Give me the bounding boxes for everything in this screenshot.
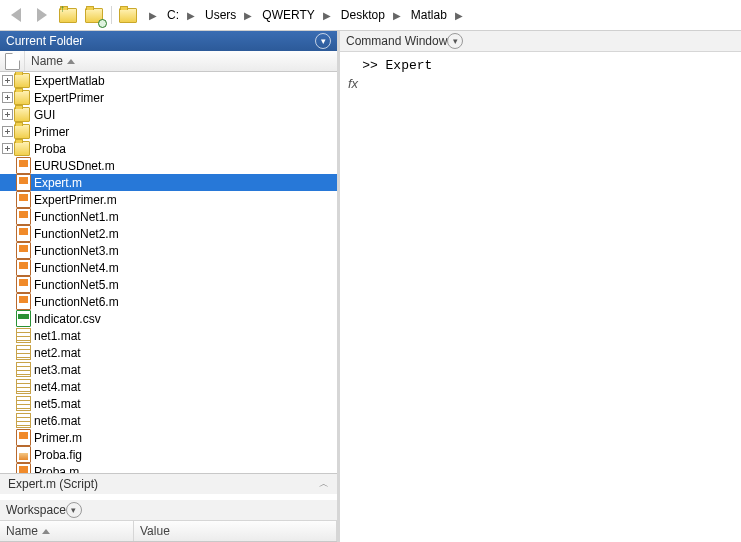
- file-name: GUI: [32, 108, 55, 122]
- m-icon: [16, 157, 31, 174]
- file-row[interactable]: ExpertMatlab: [0, 72, 337, 89]
- file-name: FunctionNet2.m: [32, 227, 119, 241]
- file-name: net1.mat: [32, 329, 81, 343]
- workspace-header[interactable]: Name Value: [0, 521, 337, 542]
- file-row[interactable]: Proba.m: [0, 463, 337, 473]
- file-row[interactable]: GUI: [0, 106, 337, 123]
- m-icon: [16, 276, 31, 293]
- command-window-menu-button[interactable]: ▾: [447, 33, 463, 49]
- file-name: Expert.m: [32, 176, 82, 190]
- mat-icon: [16, 413, 31, 428]
- command-window-title: Command Window: [346, 34, 447, 48]
- sort-asc-icon: [42, 529, 50, 534]
- file-list-header[interactable]: Name: [0, 51, 337, 72]
- file-name: FunctionNet4.m: [32, 261, 119, 275]
- file-row[interactable]: FunctionNet2.m: [0, 225, 337, 242]
- expand-icon[interactable]: [2, 75, 13, 86]
- csv-icon: [16, 310, 31, 327]
- file-row[interactable]: Primer: [0, 123, 337, 140]
- breadcrumb-sep: ▶: [321, 10, 333, 21]
- breadcrumb-item[interactable]: Users: [197, 6, 242, 24]
- file-row[interactable]: Proba.fig: [0, 446, 337, 463]
- file-row[interactable]: Primer.m: [0, 429, 337, 446]
- back-button[interactable]: [4, 3, 28, 27]
- breadcrumb-item[interactable]: Matlab: [403, 6, 453, 24]
- folder-icon: [14, 90, 30, 105]
- m-icon: [16, 293, 31, 310]
- file-row[interactable]: ExpertPrimer.m: [0, 191, 337, 208]
- m-icon: [16, 242, 31, 259]
- expand-details-icon[interactable]: ︿: [319, 477, 329, 491]
- breadcrumb-item[interactable]: Desktop: [333, 6, 391, 24]
- workspace-title: Workspace: [6, 503, 66, 517]
- file-row[interactable]: net3.mat: [0, 361, 337, 378]
- file-row[interactable]: EURUSDnet.m: [0, 157, 337, 174]
- file-list-scroll[interactable]: ExpertMatlabExpertPrimerGUIPrimerProbaEU…: [0, 72, 337, 473]
- current-folder-title-bar[interactable]: Current Folder ▾: [0, 31, 337, 51]
- up-one-level-button[interactable]: ↑: [56, 3, 80, 27]
- file-name: FunctionNet3.m: [32, 244, 119, 258]
- current-folder-icon: [117, 3, 141, 27]
- breadcrumb-item[interactable]: QWERTY: [254, 6, 320, 24]
- forward-button[interactable]: [30, 3, 54, 27]
- file-row[interactable]: net2.mat: [0, 344, 337, 361]
- address-toolbar: ↑ ▶C:▶Users▶QWERTY▶Desktop▶Matlab▶: [0, 0, 741, 31]
- file-row[interactable]: FunctionNet5.m: [0, 276, 337, 293]
- workspace-col-value: Value: [140, 524, 170, 538]
- command-input-text: Expert: [386, 58, 433, 73]
- file-name: Primer: [32, 125, 69, 139]
- m-icon: [16, 191, 31, 208]
- file-name: FunctionNet1.m: [32, 210, 119, 224]
- toolbar-separator: [111, 6, 112, 24]
- fx-icon[interactable]: fx: [348, 76, 358, 91]
- file-name: FunctionNet5.m: [32, 278, 119, 292]
- file-row[interactable]: FunctionNet6.m: [0, 293, 337, 310]
- file-row[interactable]: Proba: [0, 140, 337, 157]
- command-prompt: >>: [362, 58, 378, 73]
- breadcrumb-sep: ▶: [453, 10, 465, 21]
- folder-icon: [14, 124, 30, 139]
- file-row[interactable]: net5.mat: [0, 395, 337, 412]
- details-bar[interactable]: Expert.m (Script) ︿: [0, 473, 337, 494]
- mat-icon: [16, 362, 31, 377]
- file-row[interactable]: Indicator.csv: [0, 310, 337, 327]
- command-window-title-bar[interactable]: Command Window ▾: [340, 31, 741, 52]
- file-name: net4.mat: [32, 380, 81, 394]
- file-row[interactable]: FunctionNet4.m: [0, 259, 337, 276]
- file-row[interactable]: ExpertPrimer: [0, 89, 337, 106]
- panel-menu-button[interactable]: ▾: [315, 33, 331, 49]
- file-name: net2.mat: [32, 346, 81, 360]
- expand-icon[interactable]: [2, 126, 13, 137]
- breadcrumb-item[interactable]: C:: [159, 6, 185, 24]
- workspace-menu-button[interactable]: ▾: [66, 502, 82, 518]
- file-row[interactable]: net1.mat: [0, 327, 337, 344]
- breadcrumb-sep: ▶: [147, 10, 159, 21]
- breadcrumb[interactable]: ▶C:▶Users▶QWERTY▶Desktop▶Matlab▶: [147, 6, 737, 24]
- folder-icon: [14, 141, 30, 156]
- m-icon: [16, 208, 31, 225]
- file-icon: [5, 53, 20, 70]
- file-name: Indicator.csv: [32, 312, 101, 326]
- expand-icon[interactable]: [2, 92, 13, 103]
- expand-icon[interactable]: [2, 143, 13, 154]
- file-row[interactable]: FunctionNet1.m: [0, 208, 337, 225]
- file-name: ExpertPrimer: [32, 91, 104, 105]
- workspace-title-bar[interactable]: Workspace ▾: [0, 500, 337, 521]
- file-name: net3.mat: [32, 363, 81, 377]
- file-row[interactable]: net4.mat: [0, 378, 337, 395]
- mat-icon: [16, 345, 31, 360]
- column-name: Name: [31, 54, 63, 68]
- browse-folder-button[interactable]: [82, 3, 106, 27]
- file-row[interactable]: Expert.m: [0, 174, 337, 191]
- breadcrumb-sep: ▶: [242, 10, 254, 21]
- breadcrumb-sep: ▶: [185, 10, 197, 21]
- expand-icon[interactable]: [2, 109, 13, 120]
- file-name: Proba: [32, 142, 66, 156]
- m-icon: [16, 225, 31, 242]
- file-row[interactable]: FunctionNet3.m: [0, 242, 337, 259]
- file-row[interactable]: net6.mat: [0, 412, 337, 429]
- file-name: Proba.fig: [32, 448, 82, 462]
- command-line[interactable]: >> Expert: [362, 58, 432, 536]
- fig-icon: [16, 446, 31, 463]
- command-window-body[interactable]: fx >> Expert: [340, 52, 741, 542]
